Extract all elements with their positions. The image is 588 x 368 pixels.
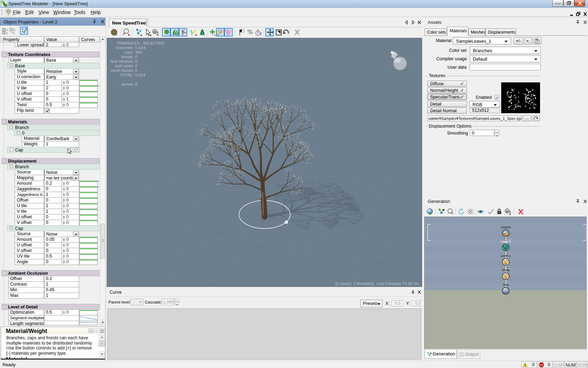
svg-text:A: A	[156, 33, 159, 36]
svg-text:STOP: STOP	[540, 364, 544, 366]
svg-text:?: ?	[25, 27, 27, 32]
svg-text:A: A	[509, 212, 511, 216]
svg-text:B: B	[154, 30, 156, 34]
svg-text:B: B	[506, 210, 509, 213]
